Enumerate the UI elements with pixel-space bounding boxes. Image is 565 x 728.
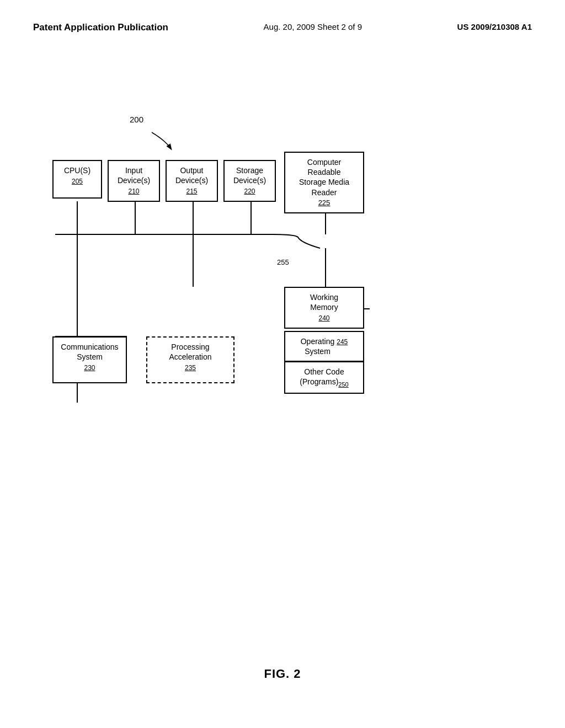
cpu-label: CPU(S) — [59, 165, 95, 175]
ref-200-label: 200 — [130, 115, 143, 124]
box-input: InputDevice(s) 210 — [108, 160, 160, 202]
ref-255-label: 255 — [277, 258, 289, 266]
comm-label: CommunicationsSystem — [59, 342, 120, 362]
box-other: Other Code(Programs)250 — [284, 361, 364, 394]
input-ref: 210 — [114, 188, 153, 196]
storage-ref: 220 — [230, 188, 269, 196]
header-patent-number: US 2009/210308 A1 — [457, 22, 532, 31]
comm-ref: 230 — [59, 364, 120, 373]
diagram-container: 200 CPU(S) 205 InputDevice(s) 210 Output… — [44, 110, 519, 496]
output-ref: 215 — [172, 188, 211, 196]
page-header: Patent Application Publication Aug. 20, … — [0, 0, 565, 33]
output-label: OutputDevice(s) — [172, 165, 211, 185]
os-ref: 245 — [337, 338, 348, 347]
os-label: OperatingSystem — [301, 336, 334, 356]
proc-label: ProcessingAcceleration — [153, 342, 228, 362]
input-label: InputDevice(s) — [114, 165, 153, 185]
box-crsm: ComputerReadableStorage MediaReader 225 — [284, 152, 364, 213]
header-publication-label: Patent Application Publication — [33, 22, 168, 33]
working-ref: 240 — [291, 314, 358, 323]
crsm-ref: 225 — [291, 199, 358, 208]
other-label: Other Code(Programs)250 — [291, 367, 358, 388]
box-output: OutputDevice(s) 215 — [166, 160, 218, 202]
figure-caption: FIG. 2 — [264, 667, 301, 681]
other-ref: 250 — [338, 381, 348, 388]
box-comm: CommunicationsSystem 230 — [52, 336, 127, 383]
box-storage: StorageDevice(s) 220 — [223, 160, 276, 202]
crsm-label: ComputerReadableStorage MediaReader — [291, 157, 358, 197]
box-cpu: CPU(S) 205 — [52, 160, 102, 199]
box-os: OperatingSystem245 — [284, 331, 364, 362]
header-date-sheet: Aug. 20, 2009 Sheet 2 of 9 — [264, 22, 362, 31]
box-proc: ProcessingAcceleration 235 — [146, 336, 234, 383]
box-working: WorkingMemory 240 — [284, 287, 364, 329]
proc-ref: 235 — [153, 364, 228, 373]
storage-label: StorageDevice(s) — [230, 165, 269, 185]
cpu-ref: 205 — [59, 178, 95, 186]
working-label: WorkingMemory — [291, 292, 358, 312]
